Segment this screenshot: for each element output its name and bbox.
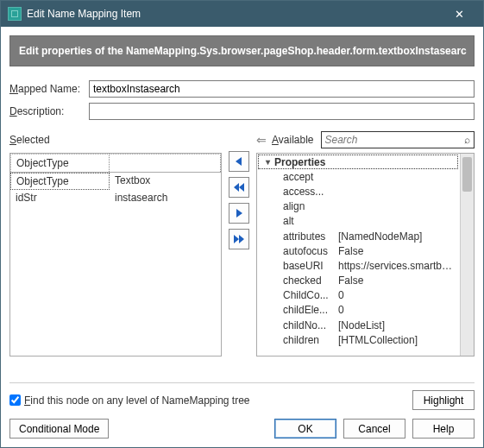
scrollbar[interactable] (460, 154, 474, 356)
close-icon: ✕ (455, 8, 464, 21)
selected-label: Selected (9, 134, 50, 146)
find-node-checkbox-input[interactable] (9, 394, 21, 406)
tree-item-value: False (338, 245, 460, 257)
mapped-name-label: Mapped Name: (9, 83, 89, 95)
dialog-window: Edit Name Mapping Item ✕ Edit properties… (0, 0, 484, 448)
cell-value: Textbox (110, 173, 221, 190)
tree-item-key: ChildCo... (271, 289, 338, 301)
tree-item-key: attributes (271, 230, 338, 243)
tree-item-key: childEle... (271, 304, 338, 316)
svg-marker-1 (234, 183, 239, 192)
highlight-button[interactable]: Highlight (412, 390, 475, 410)
banner-text: Edit properties of the NameMapping.Sys.b… (9, 35, 475, 66)
tree-item-key: autofocus (271, 245, 338, 257)
tree-item-value: https://services.smartbear... (338, 260, 460, 272)
tree-item-key: checked (271, 274, 338, 287)
lower-row: Find this node on any level of NameMappi… (9, 382, 475, 410)
svg-marker-4 (234, 235, 239, 243)
table-row[interactable]: idStrinstasearch (10, 190, 221, 205)
selected-panel: Selected ObjectType ObjectTypeTextboxidS… (9, 130, 222, 374)
tree-item[interactable]: alt (257, 214, 460, 229)
tree-item-value: 0 (338, 289, 460, 301)
tree-item[interactable]: accept (257, 169, 460, 184)
svg-marker-0 (236, 157, 242, 166)
mapped-name-row: Mapped Name: (9, 80, 475, 98)
tree-item[interactable]: children[HTMLCollection] (257, 332, 460, 347)
arrow-left-icon (234, 156, 244, 167)
tree-item-key: access... (271, 186, 338, 198)
available-panel: ⇐ Available Search ⌕ ▾Propertiesacceptac… (256, 130, 475, 374)
arrow-right-icon (234, 208, 244, 218)
tree-root-label: Properties (273, 156, 325, 168)
window-title: Edit Name Mapping Item (27, 8, 442, 20)
selected-grid-header: ObjectType (10, 154, 221, 173)
tree-item-value: [HTMLCollection] (338, 334, 460, 346)
titlebar: Edit Name Mapping Item ✕ (1, 1, 483, 27)
app-icon (8, 7, 22, 21)
find-node-label: Find this node on any level of NameMappi… (24, 394, 250, 407)
cell-key: idStr (10, 190, 110, 205)
tree-item[interactable]: baseURIhttps://services.smartbear... (257, 258, 460, 273)
tree-item[interactable]: ChildCo...0 (257, 288, 460, 303)
search-input[interactable]: Search ⌕ (321, 131, 475, 148)
close-button[interactable]: ✕ (442, 2, 476, 26)
move-right-button[interactable] (229, 203, 249, 224)
tree-item[interactable]: childNo...[NodeList] (257, 318, 460, 332)
description-input[interactable] (89, 103, 475, 120)
back-arrow-icon[interactable]: ⇐ (256, 133, 267, 147)
tree-item-key: alt (271, 215, 338, 227)
conditional-mode-button[interactable]: Conditional Mode (9, 419, 109, 439)
tree-item[interactable]: align (257, 199, 460, 214)
ok-button[interactable]: OK (274, 419, 336, 439)
selected-col-value[interactable] (110, 154, 221, 172)
cell-key: ObjectType (10, 173, 110, 190)
search-icon: ⌕ (464, 134, 470, 146)
expand-icon[interactable]: ▾ (262, 157, 273, 167)
table-row[interactable]: ObjectTypeTextbox (10, 173, 221, 190)
selected-header: Selected (9, 130, 222, 149)
tree-item-key: baseURI (271, 260, 338, 272)
find-node-checkbox[interactable]: Find this node on any level of NameMappi… (9, 394, 250, 407)
tree-item[interactable]: access... (257, 184, 460, 199)
tree-item-key: align (271, 200, 338, 212)
selected-grid[interactable]: ObjectType ObjectTypeTextboxidStrinstase… (9, 153, 222, 357)
tree-item[interactable]: checkedFalse (257, 274, 460, 288)
available-header: ⇐ Available Search ⌕ (256, 130, 475, 149)
move-right-all-button[interactable] (229, 229, 249, 249)
form-area: Mapped Name: Description: (1, 73, 483, 127)
search-placeholder: Search (325, 134, 358, 146)
mapped-name-input[interactable] (89, 80, 475, 98)
move-left-button[interactable] (229, 151, 249, 172)
arrow-column (227, 130, 251, 374)
svg-marker-2 (239, 183, 244, 192)
arrow-left-all-icon (233, 182, 245, 192)
tree-item-value: 0 (338, 304, 460, 316)
tree-item-key: childNo... (271, 319, 338, 331)
tree-item-key: accept (271, 171, 338, 183)
footer: Conditional Mode OK Cancel Help (9, 419, 475, 439)
tree-item-value: [NodeList] (338, 319, 460, 331)
svg-marker-5 (239, 235, 244, 243)
tree-root[interactable]: ▾Properties (258, 155, 458, 169)
tree-item[interactable]: childEle...0 (257, 303, 460, 318)
help-button[interactable]: Help (412, 419, 475, 439)
tree-item-key: children (271, 334, 338, 346)
selected-col-objecttype[interactable]: ObjectType (10, 154, 110, 172)
tree-item[interactable]: attributes[NamedNodeMap] (257, 229, 460, 243)
move-left-all-button[interactable] (229, 177, 249, 198)
tree-item-value: False (338, 274, 460, 287)
scrollbar-thumb[interactable] (462, 157, 472, 192)
available-label: Available (272, 134, 314, 146)
tree-item[interactable]: autofocusFalse (257, 243, 460, 258)
panels: Selected ObjectType ObjectTypeTextboxidS… (1, 127, 483, 374)
description-label: Description: (9, 105, 89, 117)
cancel-button[interactable]: Cancel (343, 419, 405, 439)
cell-value: instasearch (110, 190, 221, 205)
svg-marker-3 (236, 209, 242, 218)
tree-item-value: [NamedNodeMap] (338, 230, 460, 243)
arrow-right-all-icon (233, 234, 245, 244)
available-tree[interactable]: ▾Propertiesacceptaccess...alignaltattrib… (256, 153, 475, 357)
description-row: Description: (9, 103, 475, 120)
